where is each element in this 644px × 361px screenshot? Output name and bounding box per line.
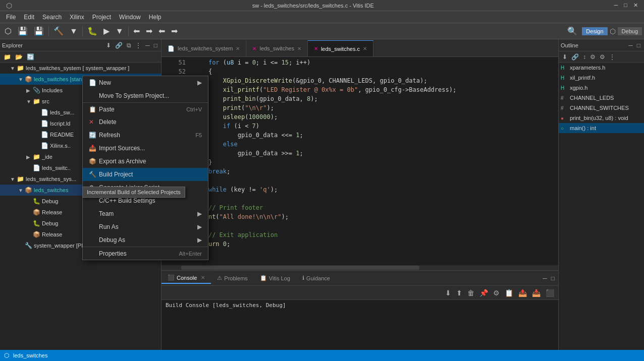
maximize-panel-icon[interactable]: □ — [152, 41, 159, 49]
ctx-properties-shortcut: Alt+Enter — [179, 251, 202, 257]
copy-btn[interactable]: 📋 — [503, 288, 515, 298]
ctx-delete[interactable]: ✕ Delete — [83, 115, 208, 129]
code-line-blank1: XGpio_DiscreteWrite(&gpio_0, CHANNEL_LED… — [162, 77, 558, 86]
panel-max-icon[interactable]: □ — [550, 274, 556, 282]
menu-help[interactable]: Help — [145, 13, 166, 22]
ctx-build[interactable]: 🔨 Build Project — [83, 168, 208, 181]
ctx-debug-as[interactable]: Debug As ▶ — [83, 233, 208, 247]
outline-channel-switches[interactable]: # CHANNEL_SWITCHES — [559, 103, 644, 113]
ctx-new[interactable]: 📄 New ▶ — [83, 76, 208, 89]
new-window-icon[interactable]: ⧉ — [125, 41, 133, 49]
toolbar-build[interactable]: 🔨 — [51, 25, 66, 37]
toolbar-build-arrow[interactable]: ▼ — [67, 25, 80, 37]
collapse-all-icon[interactable]: ⬇ — [104, 41, 113, 49]
ctx-export[interactable]: 📦 Export as Archive — [83, 155, 208, 168]
menu-file[interactable]: File — [2, 13, 20, 22]
export-btn[interactable]: 📤 — [516, 288, 529, 298]
tab-console[interactable]: ⬛ Console ✕ — [162, 272, 211, 284]
settings-btn[interactable]: ⚙ — [491, 288, 502, 298]
outline-tab-label[interactable]: Outline — [561, 42, 578, 48]
toolbar-debug[interactable]: 🐛 — [85, 25, 100, 37]
search-button[interactable]: 🔍 — [565, 25, 580, 37]
collapse-all-outline-icon[interactable]: ⬇ — [561, 53, 569, 61]
tab-problems[interactable]: ⚠ Problems — [211, 273, 253, 283]
code-line-closebrace: } — [162, 159, 558, 168]
panel-min-icon[interactable]: ─ — [541, 274, 549, 282]
toolbar-nav1[interactable]: ⬅ — [131, 25, 142, 37]
ctx-paste[interactable]: 📋 Paste Ctrl+V — [83, 102, 208, 115]
tab-vitis-log[interactable]: 📋 Vitis Log — [254, 273, 296, 283]
console-close-icon[interactable]: ✕ — [201, 275, 205, 280]
outline-max-icon[interactable]: □ — [635, 41, 642, 49]
import-btn[interactable]: 📥 — [530, 288, 543, 298]
code-editor[interactable]: 51 for (u8 i = 0; i <= 15; i++) 52 { XGp… — [162, 57, 558, 265]
toolbar-save-all[interactable]: 💾 — [31, 25, 46, 37]
tab-close-1[interactable]: ✕ — [236, 46, 240, 51]
gear-icon[interactable]: ⚙ — [598, 53, 607, 61]
tab-close-3[interactable]: ✕ — [363, 46, 367, 51]
menu-search[interactable]: Search — [38, 13, 66, 22]
debug-icon: 🐛 — [32, 198, 40, 205]
tab-leds-switches[interactable]: ✕ leds_switches ✕ — [246, 40, 307, 56]
outline-xgpio[interactable]: H xgpio.h — [559, 83, 644, 93]
ctx-run-as[interactable]: Run As ▶ — [83, 220, 208, 233]
ctx-refresh-icon: 🔄 — [89, 132, 99, 139]
toolbar-save[interactable]: 💾 — [15, 25, 30, 37]
project2-icon: 📁 — [16, 175, 24, 183]
toolbar-back[interactable]: ⬡ — [2, 25, 14, 37]
pin-btn[interactable]: 📌 — [477, 288, 490, 298]
toolbar-nav4[interactable]: ➡ — [169, 25, 180, 37]
more-icon[interactable]: ⋮ — [608, 53, 617, 61]
sync-btn[interactable]: 🔄 — [25, 53, 36, 61]
tree-item-leds-switches-system[interactable]: ▼ 📁 leds_switches_system [ system_wrappe… — [0, 63, 161, 74]
explorer-tab-label[interactable]: Explorer — [2, 42, 23, 48]
close-button[interactable]: ✕ — [631, 2, 640, 9]
filter-icon[interactable]: ⚙ — [588, 53, 597, 61]
outline-min-icon[interactable]: ─ — [627, 41, 634, 49]
maximize-button[interactable]: □ — [622, 2, 629, 9]
stop-btn[interactable]: ⬛ — [544, 288, 556, 298]
menu-edit[interactable]: Edit — [20, 13, 38, 22]
ctx-properties[interactable]: Properties Alt+Enter — [83, 247, 208, 260]
outline-print-bin[interactable]: ● print_bin(u32, u8) : void — [559, 113, 644, 123]
menu-window[interactable]: Window — [115, 13, 145, 22]
sort-icon[interactable]: ↕ — [581, 53, 587, 61]
outline-xil-printf[interactable]: H xil_printf.h — [559, 73, 644, 83]
scroll-lock-btn[interactable]: ⬇ — [443, 288, 453, 298]
define-icon: # — [561, 95, 568, 101]
scroll-up-btn[interactable]: ⬆ — [454, 288, 464, 298]
outline-main[interactable]: ○ main() : int — [559, 123, 644, 133]
ctx-team[interactable]: Team ▶ — [83, 207, 208, 220]
toolbar-nav3[interactable]: ⬅ — [156, 25, 168, 37]
code-line-blank3 — [162, 195, 558, 204]
ctx-move[interactable]: Move To System Project... — [83, 89, 208, 102]
debug-perspective-button[interactable]: Debug — [618, 27, 642, 35]
ctx-import[interactable]: 📥 Import Sources... — [83, 142, 208, 155]
ctx-new-arrow: ▶ — [197, 79, 202, 86]
link-outline-icon[interactable]: 🔗 — [570, 53, 580, 61]
outline-xparameters[interactable]: H xparameters.h — [559, 63, 644, 73]
minimize-panel-icon[interactable]: ─ — [144, 41, 151, 49]
link-editor-icon[interactable]: 🔗 — [114, 41, 124, 49]
tab-icon-1: 📄 — [168, 45, 175, 52]
header2-icon: H — [561, 75, 568, 81]
menu-xilinx[interactable]: Xilinx — [66, 13, 88, 22]
tab-close-2[interactable]: ✕ — [297, 46, 301, 51]
menu-project[interactable]: Project — [88, 13, 115, 22]
toolbar-nav2[interactable]: ➡ — [143, 25, 155, 37]
toolbar-run[interactable]: ▶ — [101, 25, 112, 37]
expand-btn[interactable]: 📂 — [14, 53, 24, 61]
ctx-refresh[interactable]: 🔄 Refresh F5 — [83, 129, 208, 142]
design-button[interactable]: Design — [582, 27, 607, 35]
outline-channel-leds[interactable]: # CHANNEL_LEDS — [559, 93, 644, 103]
context-menu: 📄 New ▶ Move To System Project... 📋 Past… — [82, 76, 208, 260]
tab-leds-switches-c[interactable]: ✕ leds_switches.c ✕ — [308, 40, 373, 56]
clear-btn[interactable]: 🗑 — [465, 288, 476, 298]
tab-guidance[interactable]: ℹ Guidance — [296, 273, 336, 283]
minimize-button[interactable]: ─ — [612, 2, 620, 9]
panel-menu-icon[interactable]: ⋮ — [134, 41, 143, 49]
tab-leds-switches-system[interactable]: 📄 leds_switches_system ✕ — [162, 40, 246, 56]
toolbar-run-arrow[interactable]: ▼ — [113, 25, 126, 37]
collapse-btn[interactable]: 📁 — [2, 53, 13, 61]
horizontal-scrollbar[interactable] — [162, 265, 558, 270]
